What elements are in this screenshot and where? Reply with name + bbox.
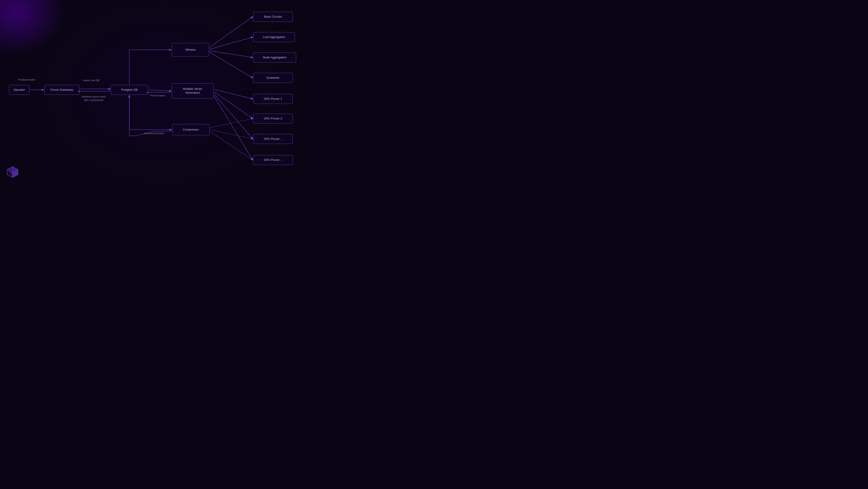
leaf-aggregation-label: Leaf Aggregation — [263, 35, 285, 39]
compressed-batch-label: compressed batch — [144, 132, 164, 135]
gpu-prover-3-node: GPU Prover .. — [253, 134, 293, 144]
gpu-prover-2-label: GPU Prover 2 — [264, 117, 282, 121]
svg-line-7 — [209, 51, 253, 57]
mvg-node: Multiple Vector Generators — [172, 83, 214, 99]
svg-line-9 — [214, 89, 253, 99]
node-aggregation-label: Node Aggregation — [263, 56, 286, 59]
svg-line-5 — [209, 17, 253, 48]
svg-line-3 — [149, 90, 171, 91]
svg-line-12 — [214, 96, 253, 160]
mvg-label: Multiple Vector Generators — [183, 87, 202, 95]
gpu-prover-4-label: GPU Prover .. — [264, 158, 282, 162]
basic-circuits-node: Basic Circuits — [253, 12, 293, 22]
svg-line-10 — [214, 92, 253, 119]
inserts-db-label: inserts into DB — [83, 79, 99, 82]
gpu-prover-2-node: GPU Prover 2 — [253, 114, 293, 123]
svg-line-6 — [209, 37, 253, 49]
diagram: Operator Provor Gateaway Postgres DB Wit… — [0, 0, 329, 185]
gpu-prover-4-node: GPU Prover .. — [253, 155, 293, 165]
compressor-node: Compressor — [172, 124, 210, 135]
witness-node: Witness — [172, 43, 209, 57]
basic-circuits-label: Basic Circuits — [264, 15, 282, 19]
gateway-node: Provor Gateaway — [44, 85, 79, 95]
gpu-prover-1-node: GPU Prover 1 — [253, 94, 293, 104]
proven-batch-label: Proven batch — [150, 94, 165, 97]
gateway-label: Provor Gateaway — [51, 88, 73, 92]
svg-line-15 — [210, 131, 253, 160]
gpu-prover-1-label: GPU Prover 1 — [264, 97, 282, 101]
postgres-node: Postgres DB — [111, 85, 148, 95]
svg-line-13 — [210, 119, 253, 128]
compressor-label: Compressor — [183, 128, 199, 132]
svg-line-11 — [214, 94, 253, 139]
svg-line-14 — [210, 130, 253, 139]
logo — [6, 166, 19, 178]
gpu-prover-3-label: GPU Prover .. — [264, 137, 282, 141]
scheduler-label: Scheduler — [266, 76, 280, 80]
retrieves-label: Retrieves prove batch after compression — [77, 95, 111, 102]
operator-node: Operator — [9, 85, 29, 95]
scheduler-node: Scheduler — [253, 73, 293, 83]
leaf-aggregation-node: Leaf Aggregation — [253, 32, 295, 42]
operator-label: Operator — [13, 88, 25, 92]
postgres-label: Postgres DB — [121, 88, 138, 92]
produces-batch-label: Produces batch — [18, 78, 35, 82]
svg-line-8 — [209, 52, 253, 78]
witness-label: Witness — [185, 48, 195, 52]
node-aggregation-node: Node Aggregation — [253, 53, 296, 62]
